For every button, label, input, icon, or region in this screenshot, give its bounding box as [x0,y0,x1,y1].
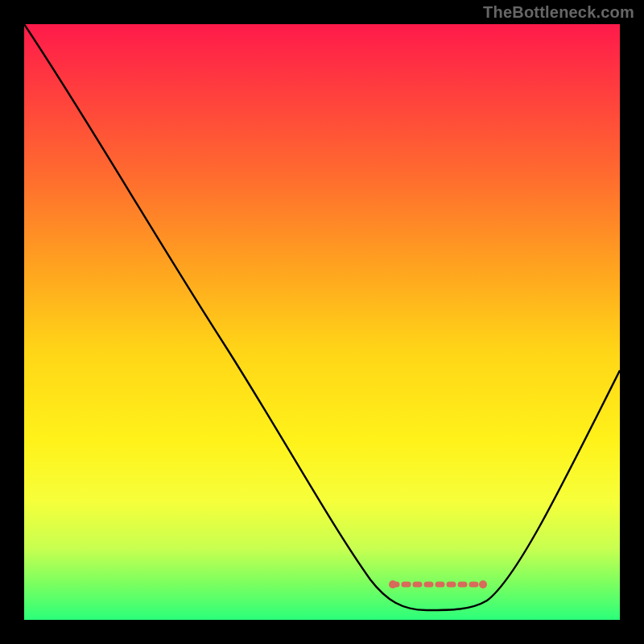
flat-marker-start [389,580,397,588]
curve-svg [24,24,620,620]
plot-area [24,24,620,620]
bottleneck-curve [24,24,620,610]
flat-marker-end [479,580,487,588]
watermark-text: TheBottleneck.com [483,3,634,22]
chart-container: TheBottleneck.com [0,0,644,644]
